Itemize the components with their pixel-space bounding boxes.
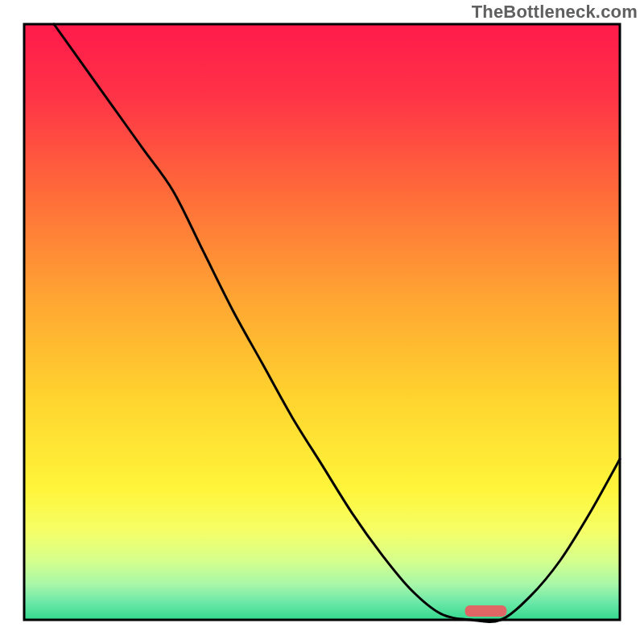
- svg-rect-0: [24, 24, 620, 620]
- bottleneck-chart: [0, 0, 644, 644]
- chart-container: { "watermark": "TheBottleneck.com", "cha…: [0, 0, 644, 644]
- optimal-marker: [465, 605, 507, 617]
- watermark-text: TheBottleneck.com: [472, 2, 638, 23]
